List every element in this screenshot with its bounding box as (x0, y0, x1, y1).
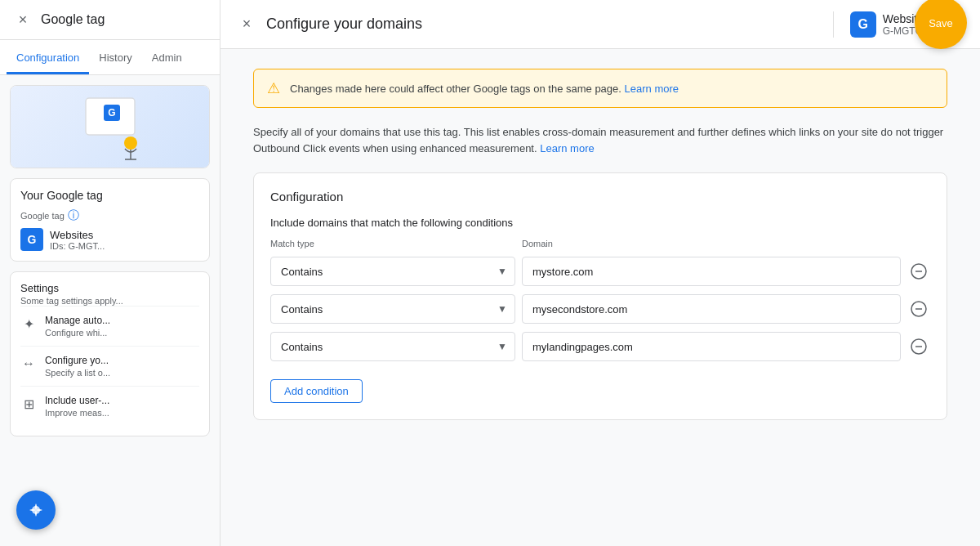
sidebar-content: G Your Google tag Google tag ⓘ (0, 75, 220, 546)
modal-divider (833, 11, 834, 38)
illustration-card: G (10, 85, 210, 168)
tag-details: Websites IDs: G-MGT... (50, 229, 105, 251)
settings-item-configure-yo-text: Configure yo... Specify a list o... (45, 355, 110, 378)
manage-auto-icon: ✦ (20, 316, 37, 332)
settings-section: Settings Some tag settings apply... ✦ Ma… (10, 271, 210, 436)
settings-item-include-user-text: Include user-... Improve meas... (45, 395, 109, 418)
tab-history[interactable]: History (89, 40, 141, 74)
condition-row-0: Contains Equals Begins with Ends with Ma… (270, 257, 930, 286)
settings-item-include-user[interactable]: ⊞ Include user-... Improve meas... (20, 386, 199, 426)
add-condition-button[interactable]: Add condition (270, 379, 363, 403)
tag-info-row: G Websites IDs: G-MGT... (20, 228, 199, 251)
settings-subtitle: Some tag settings apply... (20, 296, 199, 306)
modal-header: × Configure your domains G Websites G-MG… (220, 0, 980, 49)
settings-item-configure-yo[interactable]: ↔ Configure yo... Specify a list o... (20, 346, 199, 386)
tag-name: Websites (50, 229, 105, 241)
google-tag-label: Google tag ⓘ (20, 208, 199, 223)
match-type-select-2[interactable]: Contains Equals Begins with Ends with Ma… (270, 332, 515, 361)
include-user-icon: ⊞ (20, 396, 37, 412)
help-icon[interactable]: ⓘ (68, 208, 79, 223)
illustration-svg: G (69, 90, 151, 163)
modal-body: ⚠ Changes made here could affect other G… (220, 49, 980, 546)
minus-circle-icon-0 (911, 263, 927, 280)
remove-condition-button-2[interactable] (907, 335, 930, 358)
modal-close-button[interactable]: × (237, 15, 256, 34)
condition-row-1: Contains Equals Begins with Ends with Ma… (270, 294, 930, 324)
config-title: Configuration (270, 190, 930, 204)
main-content: × Configure your domains G Websites G-MG… (220, 0, 980, 546)
description-learn-more-link[interactable]: Learn more (540, 142, 594, 154)
modal-title: Configure your domains (266, 16, 817, 33)
svg-text:G: G (108, 107, 115, 119)
tab-configuration[interactable]: Configuration (7, 40, 89, 74)
sidebar-tabs: Configuration History Admin (0, 40, 220, 75)
domain-col-label: Domain (522, 239, 901, 248)
warning-learn-more-link[interactable]: Learn more (625, 83, 679, 95)
warning-banner: ⚠ Changes made here could affect other G… (253, 69, 947, 108)
settings-item-manage-auto-text: Manage auto... Configure whi... (45, 315, 110, 338)
settings-title: Settings (20, 282, 199, 294)
sidebar-title: Google tag (41, 12, 105, 27)
column-headers: Match type Domain (270, 239, 930, 252)
condition-row-2: Contains Equals Begins with Ends with Ma… (270, 332, 930, 361)
tag-id: IDs: G-MGT... (50, 241, 105, 251)
minus-circle-icon-1 (911, 301, 927, 317)
your-google-tag-heading: Your Google tag (20, 189, 199, 202)
description-text: Specify all of your domains that use thi… (253, 124, 947, 156)
illustration-image: G (11, 86, 209, 168)
warning-icon: ⚠ (267, 79, 280, 97)
your-google-tag-section: Your Google tag Google tag ⓘ G Websites … (11, 179, 209, 261)
modal-tag-icon: G (850, 11, 876, 38)
domain-input-0[interactable] (522, 257, 901, 286)
tab-admin[interactable]: Admin (142, 40, 192, 74)
fab-button[interactable] (16, 490, 56, 530)
domain-input-2[interactable] (522, 332, 901, 361)
config-card: Configuration Include domains that match… (253, 172, 947, 420)
fab-icon (27, 501, 45, 519)
domain-input-1[interactable] (522, 294, 901, 324)
match-type-select-1[interactable]: Contains Equals Begins with Ends with Ma… (270, 294, 515, 324)
save-button[interactable]: Save (915, 0, 967, 49)
configure-yo-icon: ↔ (20, 356, 37, 372)
modal-panel: × Configure your domains G Websites G-MG… (220, 0, 980, 546)
remove-condition-button-1[interactable] (907, 298, 930, 320)
match-type-select-0[interactable]: Contains Equals Begins with Ends with Ma… (270, 257, 515, 286)
match-type-col-label: Match type (270, 239, 515, 248)
tag-icon: G (20, 228, 43, 251)
minus-circle-icon-2 (911, 338, 927, 355)
your-google-tag-card: Your Google tag Google tag ⓘ G Websites … (10, 178, 210, 262)
conditions-label: Include domains that match the following… (270, 217, 930, 229)
sidebar: × Google tag Configuration History Admin… (0, 0, 220, 546)
settings-item-manage-auto[interactable]: ✦ Manage auto... Configure whi... (20, 306, 199, 346)
warning-text: Changes made here could affect other Goo… (290, 83, 679, 95)
sidebar-header: × Google tag (0, 0, 220, 40)
remove-condition-button-0[interactable] (907, 260, 930, 283)
svg-point-3 (124, 136, 137, 150)
sidebar-close-button[interactable]: × (13, 10, 33, 29)
